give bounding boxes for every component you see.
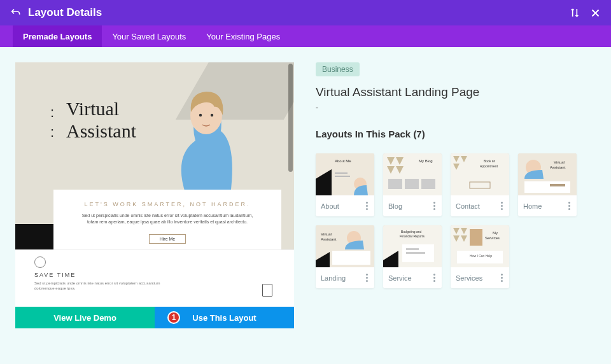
pack-card-label: Home: [523, 202, 542, 210]
svg-rect-36: [332, 251, 370, 265]
pack-card-landing[interactable]: VirtualAssistant Landing: [316, 225, 374, 288]
svg-text:Financial Reports: Financial Reports: [400, 234, 425, 238]
pack-thumb: Book anAppointment: [451, 153, 509, 195]
tab-existing-pages[interactable]: Your Existing Pages: [196, 25, 290, 47]
layout-subtitle: -: [316, 103, 596, 112]
preview-bottom: SAVE TIME Sed ut perspiciatis unde omnis…: [15, 249, 294, 307]
svg-rect-16: [405, 179, 419, 189]
svg-text:How I Can Help: How I Can Help: [470, 254, 492, 258]
back-icon[interactable]: [9, 6, 22, 19]
more-icon[interactable]: [567, 200, 572, 211]
pack-card-label: About: [321, 202, 339, 210]
more-icon[interactable]: [365, 272, 369, 283]
preview-heading: VirtualAssistant: [66, 98, 136, 142]
more-icon[interactable]: [432, 200, 437, 211]
pack-thumb: VirtualAssistant: [316, 225, 374, 267]
svg-text:Appointment: Appointment: [480, 164, 498, 168]
pack-card-label: Blog: [388, 202, 402, 210]
modal-title: Layout Details: [28, 6, 561, 19]
pack-card-label: Services: [456, 274, 482, 282]
svg-point-2: [211, 114, 213, 116]
svg-text:Assistant: Assistant: [550, 165, 566, 169]
svg-text:Book an: Book an: [484, 159, 496, 163]
pack-thumb: Budgeting andFinancial Reports: [383, 225, 442, 267]
modal-header: Layout Details: [0, 0, 611, 25]
use-this-layout-button[interactable]: 1 Use This Layout: [155, 307, 294, 328]
svg-rect-8: [335, 176, 350, 177]
close-icon[interactable]: [588, 6, 602, 20]
svg-rect-15: [388, 179, 402, 189]
pack-card-blog[interactable]: My Blog Blog: [383, 153, 442, 216]
svg-text:My Blog: My Blog: [419, 159, 433, 163]
svg-text:About Me: About Me: [335, 159, 351, 163]
layout-preview: :: VirtualAssistant LET'S WORK SMARTER, …: [15, 62, 294, 307]
svg-rect-42: [406, 248, 419, 250]
svg-text:Assistant: Assistant: [321, 237, 337, 241]
more-icon[interactable]: [365, 200, 369, 211]
person-illustration: [167, 80, 243, 195]
svg-text:My: My: [493, 231, 498, 235]
pack-heading: Layouts In This Pack (7): [316, 129, 596, 139]
view-live-demo-button[interactable]: View Live Demo: [15, 307, 155, 328]
preview-card: LET'S WORK SMARTER, NOT HARDER. Sed ut p…: [53, 190, 281, 255]
pack-thumb: About Me: [316, 153, 374, 195]
sort-icon[interactable]: [568, 6, 582, 20]
svg-rect-17: [421, 179, 435, 189]
pack-thumb: VirtualAssistant: [518, 153, 577, 195]
svg-rect-18: [451, 153, 509, 195]
pack-card-label: Contact: [456, 202, 480, 210]
layout-title: Virtual Assistant Landing Page: [316, 85, 596, 99]
more-icon[interactable]: [500, 200, 504, 211]
pack-card-service[interactable]: Budgeting andFinancial Reports Service: [383, 225, 442, 288]
pack-card-services[interactable]: MyServicesHow I Can Help Services: [451, 225, 509, 288]
tablist: Premade Layouts Your Saved Layouts Your …: [0, 25, 611, 47]
save-time-body: Sed ut perspiciatis unde omnis iste natu…: [34, 281, 162, 291]
pack-card-label: Service: [388, 274, 412, 282]
clock-icon: [34, 256, 46, 268]
more-icon[interactable]: [432, 272, 437, 283]
preview-tagline: LET'S WORK SMARTER, NOT HARDER.: [65, 201, 270, 207]
pack-thumb: MyServicesHow I Can Help: [451, 225, 509, 267]
preview-lorem: Sed ut perspiciatis unde omnis iste natu…: [81, 213, 253, 225]
step-badge: 1: [167, 311, 180, 324]
pack-card-label: Landing: [321, 274, 346, 282]
svg-rect-30: [550, 184, 565, 186]
svg-text:Virtual: Virtual: [321, 232, 332, 236]
svg-rect-7: [335, 172, 348, 174]
pack-card-contact[interactable]: Book anAppointment Contact: [451, 153, 509, 216]
more-icon[interactable]: [500, 272, 504, 283]
svg-text:Virtual: Virtual: [554, 160, 565, 164]
doc-icon: [262, 284, 272, 297]
pack-card-about[interactable]: About Me About: [316, 153, 374, 216]
decor-dots: ::: [50, 103, 55, 143]
tab-premade-layouts[interactable]: Premade Layouts: [13, 25, 102, 47]
save-time-title: SAVE TIME: [34, 272, 275, 278]
pack-card-home[interactable]: VirtualAssistant Home: [518, 153, 577, 216]
svg-point-1: [199, 114, 202, 116]
svg-rect-49: [470, 229, 482, 246]
preview-cta: Hire Me: [149, 234, 186, 244]
preview-actions: View Live Demo 1 Use This Layout: [15, 307, 294, 328]
pack-thumb: My Blog: [383, 153, 442, 195]
tab-saved-layouts[interactable]: Your Saved Layouts: [102, 25, 196, 47]
svg-text:Budgeting and: Budgeting and: [401, 230, 421, 234]
svg-rect-43: [406, 252, 425, 254]
svg-rect-29: [524, 181, 570, 193]
svg-text:Services: Services: [485, 236, 500, 240]
pack-grid: About Me About My Blog Blog Book anAppoi…: [316, 153, 596, 288]
category-chip[interactable]: Business: [316, 62, 360, 76]
